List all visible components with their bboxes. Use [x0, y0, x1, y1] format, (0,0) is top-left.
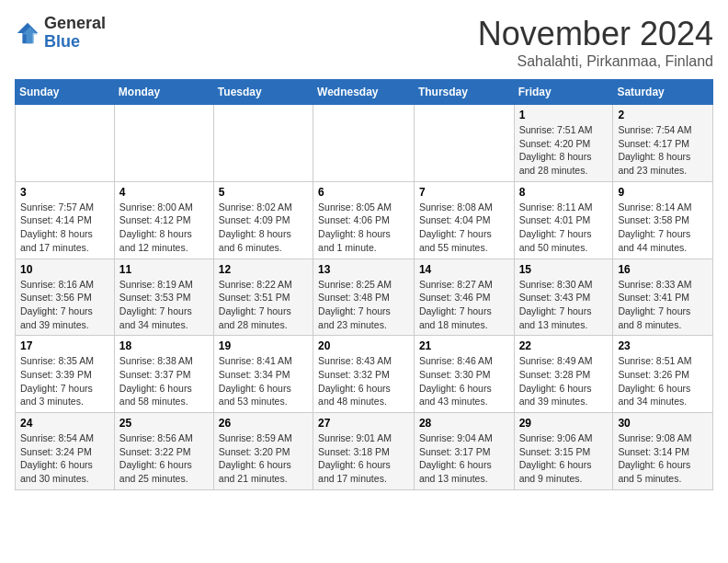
- calendar-cell: [213, 105, 313, 182]
- calendar-cell: 17Sunrise: 8:35 AMSunset: 3:39 PMDayligh…: [16, 336, 115, 413]
- title-block: November 2024 Sahalahti, Pirkanmaa, Finl…: [478, 15, 713, 70]
- logo-text: General Blue: [44, 15, 106, 52]
- day-number: 28: [419, 417, 509, 430]
- calendar-cell: 28Sunrise: 9:04 AMSunset: 3:17 PMDayligh…: [414, 413, 514, 490]
- calendar-week-row: 24Sunrise: 8:54 AMSunset: 3:24 PMDayligh…: [16, 413, 713, 490]
- day-number: 29: [519, 417, 609, 430]
- calendar-cell: 8Sunrise: 8:11 AMSunset: 4:01 PMDaylight…: [514, 181, 613, 259]
- day-number: 8: [519, 186, 609, 199]
- calendar-cell: 7Sunrise: 8:08 AMSunset: 4:04 PMDaylight…: [414, 181, 514, 259]
- day-number: 22: [519, 339, 609, 352]
- calendar-week-row: 3Sunrise: 7:57 AMSunset: 4:14 PMDaylight…: [16, 181, 713, 259]
- calendar-cell: 4Sunrise: 8:00 AMSunset: 4:12 PMDaylight…: [114, 181, 213, 259]
- day-number: 6: [318, 186, 409, 199]
- calendar-cell: 27Sunrise: 9:01 AMSunset: 3:18 PMDayligh…: [313, 413, 415, 490]
- location-title: Sahalahti, Pirkanmaa, Finland: [478, 53, 713, 70]
- day-number: 25: [119, 417, 209, 430]
- logo-icon: [15, 20, 40, 46]
- weekday-header: Saturday: [613, 80, 713, 105]
- calendar-body: 1Sunrise: 7:51 AMSunset: 4:20 PMDaylight…: [16, 105, 713, 490]
- day-number: 30: [618, 417, 708, 430]
- day-info: Sunrise: 9:01 AMSunset: 3:18 PMDaylight:…: [318, 431, 409, 486]
- calendar-cell: 3Sunrise: 7:57 AMSunset: 4:14 PMDaylight…: [16, 181, 115, 259]
- calendar-cell: 6Sunrise: 8:05 AMSunset: 4:06 PMDaylight…: [313, 181, 415, 259]
- day-number: 5: [219, 186, 308, 199]
- calendar-cell: 1Sunrise: 7:51 AMSunset: 4:20 PMDaylight…: [514, 105, 613, 182]
- logo: General Blue: [15, 15, 106, 52]
- calendar-cell: 13Sunrise: 8:25 AMSunset: 3:48 PMDayligh…: [313, 259, 415, 336]
- calendar-cell: 10Sunrise: 8:16 AMSunset: 3:56 PMDayligh…: [16, 259, 115, 336]
- day-number: 4: [119, 186, 209, 199]
- day-number: 15: [519, 263, 609, 276]
- day-info: Sunrise: 8:16 AMSunset: 3:56 PMDaylight:…: [20, 278, 109, 332]
- weekday-header: Tuesday: [213, 80, 313, 105]
- weekday-header: Wednesday: [313, 80, 415, 105]
- day-info: Sunrise: 8:35 AMSunset: 3:39 PMDaylight:…: [20, 354, 109, 408]
- day-info: Sunrise: 8:02 AMSunset: 4:09 PMDaylight:…: [219, 201, 308, 255]
- day-info: Sunrise: 8:51 AMSunset: 3:26 PMDaylight:…: [618, 354, 708, 408]
- day-number: 17: [20, 339, 109, 352]
- day-info: Sunrise: 8:25 AMSunset: 3:48 PMDaylight:…: [318, 278, 409, 332]
- day-number: 20: [318, 339, 409, 352]
- calendar-week-row: 17Sunrise: 8:35 AMSunset: 3:39 PMDayligh…: [16, 336, 713, 413]
- page-header: General Blue November 2024 Sahalahti, Pi…: [15, 15, 713, 70]
- calendar-cell: [414, 105, 514, 182]
- weekday-row: SundayMondayTuesdayWednesdayThursdayFrid…: [16, 80, 713, 105]
- day-info: Sunrise: 8:05 AMSunset: 4:06 PMDaylight:…: [318, 201, 409, 255]
- calendar-cell: 2Sunrise: 7:54 AMSunset: 4:17 PMDaylight…: [613, 105, 713, 182]
- day-info: Sunrise: 8:43 AMSunset: 3:32 PMDaylight:…: [318, 354, 409, 408]
- day-info: Sunrise: 8:59 AMSunset: 3:20 PMDaylight:…: [219, 431, 308, 486]
- day-number: 11: [119, 263, 209, 276]
- day-number: 19: [219, 339, 308, 352]
- day-info: Sunrise: 8:54 AMSunset: 3:24 PMDaylight:…: [20, 431, 109, 486]
- day-number: 10: [20, 263, 109, 276]
- day-info: Sunrise: 8:30 AMSunset: 3:43 PMDaylight:…: [519, 278, 609, 332]
- day-info: Sunrise: 7:57 AMSunset: 4:14 PMDaylight:…: [20, 201, 109, 255]
- day-number: 21: [419, 339, 509, 352]
- calendar-cell: 18Sunrise: 8:38 AMSunset: 3:37 PMDayligh…: [114, 336, 213, 413]
- day-number: 1: [519, 109, 609, 121]
- day-number: 12: [219, 263, 308, 276]
- day-info: Sunrise: 8:19 AMSunset: 3:53 PMDaylight:…: [119, 278, 209, 332]
- day-number: 13: [318, 263, 409, 276]
- day-number: 2: [618, 109, 708, 121]
- calendar-cell: 14Sunrise: 8:27 AMSunset: 3:46 PMDayligh…: [414, 259, 514, 336]
- calendar-table: SundayMondayTuesdayWednesdayThursdayFrid…: [15, 79, 713, 490]
- calendar-cell: 19Sunrise: 8:41 AMSunset: 3:34 PMDayligh…: [213, 336, 313, 413]
- logo-general: General: [44, 15, 106, 33]
- calendar-cell: 25Sunrise: 8:56 AMSunset: 3:22 PMDayligh…: [114, 413, 213, 490]
- day-number: 24: [20, 417, 109, 430]
- weekday-header: Friday: [514, 80, 613, 105]
- day-number: 27: [318, 417, 409, 430]
- logo-blue: Blue: [44, 33, 106, 52]
- day-info: Sunrise: 7:51 AMSunset: 4:20 PMDaylight:…: [519, 123, 609, 178]
- month-title: November 2024: [478, 15, 713, 53]
- calendar-cell: 9Sunrise: 8:14 AMSunset: 3:58 PMDaylight…: [613, 181, 713, 259]
- calendar-week-row: 1Sunrise: 7:51 AMSunset: 4:20 PMDaylight…: [16, 105, 713, 182]
- day-info: Sunrise: 9:06 AMSunset: 3:15 PMDaylight:…: [519, 431, 609, 486]
- day-info: Sunrise: 9:08 AMSunset: 3:14 PMDaylight:…: [618, 431, 708, 486]
- day-info: Sunrise: 8:27 AMSunset: 3:46 PMDaylight:…: [419, 278, 509, 332]
- calendar-cell: 26Sunrise: 8:59 AMSunset: 3:20 PMDayligh…: [213, 413, 313, 490]
- calendar-cell: 22Sunrise: 8:49 AMSunset: 3:28 PMDayligh…: [514, 336, 613, 413]
- day-number: 7: [419, 186, 509, 199]
- day-info: Sunrise: 8:33 AMSunset: 3:41 PMDaylight:…: [618, 278, 708, 332]
- day-info: Sunrise: 8:11 AMSunset: 4:01 PMDaylight:…: [519, 201, 609, 255]
- calendar-cell: 20Sunrise: 8:43 AMSunset: 3:32 PMDayligh…: [313, 336, 415, 413]
- day-number: 18: [119, 339, 209, 352]
- day-number: 14: [419, 263, 509, 276]
- calendar-cell: 16Sunrise: 8:33 AMSunset: 3:41 PMDayligh…: [613, 259, 713, 336]
- calendar-cell: [313, 105, 415, 182]
- day-number: 23: [618, 339, 708, 352]
- calendar-cell: 12Sunrise: 8:22 AMSunset: 3:51 PMDayligh…: [213, 259, 313, 336]
- day-number: 26: [219, 417, 308, 430]
- day-number: 16: [618, 263, 708, 276]
- day-info: Sunrise: 8:49 AMSunset: 3:28 PMDaylight:…: [519, 354, 609, 408]
- calendar-cell: [114, 105, 213, 182]
- calendar-cell: 5Sunrise: 8:02 AMSunset: 4:09 PMDaylight…: [213, 181, 313, 259]
- weekday-header: Sunday: [16, 80, 115, 105]
- day-info: Sunrise: 8:14 AMSunset: 3:58 PMDaylight:…: [618, 201, 708, 255]
- calendar-cell: 23Sunrise: 8:51 AMSunset: 3:26 PMDayligh…: [613, 336, 713, 413]
- weekday-header: Thursday: [414, 80, 514, 105]
- day-info: Sunrise: 7:54 AMSunset: 4:17 PMDaylight:…: [618, 123, 708, 178]
